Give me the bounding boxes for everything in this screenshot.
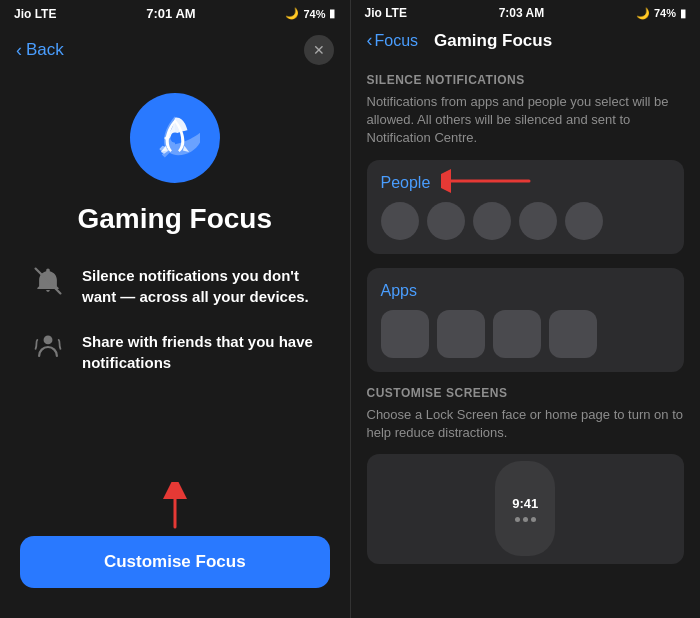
back-label: Back [26, 40, 64, 60]
bell-slash-icon [30, 263, 66, 299]
apps-label: Apps [381, 282, 671, 300]
silence-notifications-section: SILENCE NOTIFICATIONS Notifications from… [367, 73, 685, 372]
right-nav-bar: ‹ Focus Gaming Focus [351, 26, 701, 59]
customise-section-desc: Choose a Lock Screen face or home page t… [367, 406, 685, 442]
person-wave-icon [30, 329, 66, 365]
silence-section-heading: SILENCE NOTIFICATIONS [367, 73, 685, 87]
customise-focus-button[interactable]: Customise Focus [20, 536, 330, 588]
right-moon-icon: 🌙 [636, 7, 650, 20]
avatar-3 [473, 202, 511, 240]
focus-back-chevron-icon: ‹ [367, 30, 373, 51]
right-carrier: Jio LTE [365, 6, 407, 20]
left-status-bar: Jio LTE 7:01 AM 🌙 74% ▮ [0, 0, 350, 27]
lock-screen-dots [515, 517, 536, 522]
battery-text: 74% [303, 8, 325, 20]
right-content: SILENCE NOTIFICATIONS Notifications from… [351, 59, 701, 618]
lock-dot-1 [515, 517, 520, 522]
left-time: 7:01 AM [146, 6, 195, 21]
close-button[interactable]: ✕ [304, 35, 334, 65]
app-icon-1 [381, 310, 429, 358]
right-battery-text: 74% [654, 7, 676, 19]
customise-screens-section: CUSTOMISE SCREENS Choose a Lock Screen f… [367, 386, 685, 564]
rocket-icon-container [130, 93, 220, 183]
red-arrow-people-icon [441, 166, 531, 196]
app-icon-3 [493, 310, 541, 358]
right-panel: Jio LTE 7:03 AM 🌙 74% ▮ ‹ Focus Gaming F… [351, 0, 701, 618]
left-content: Gaming Focus Silence notifications you d… [0, 73, 350, 462]
apps-card[interactable]: Apps [367, 268, 685, 372]
feature-text-silence: Silence notifications you don't want — a… [82, 263, 320, 307]
back-button[interactable]: ‹ Back [16, 40, 64, 61]
app-icon-4 [549, 310, 597, 358]
right-battery-icon: ▮ [680, 7, 686, 20]
rocket-icon [150, 113, 200, 163]
right-page-title: Gaming Focus [434, 31, 552, 51]
right-status-bar: Jio LTE 7:03 AM 🌙 74% ▮ [351, 0, 701, 26]
gaming-focus-title: Gaming Focus [78, 203, 272, 235]
right-status-icons: 🌙 74% ▮ [636, 7, 686, 20]
moon-icon: 🌙 [285, 7, 299, 20]
left-status-icons: 🌙 74% ▮ [285, 7, 335, 20]
app-icon-2 [437, 310, 485, 358]
back-chevron-icon: ‹ [16, 40, 22, 61]
customise-section-heading: CUSTOMISE SCREENS [367, 386, 685, 400]
people-label: People [381, 174, 431, 192]
avatar-1 [381, 202, 419, 240]
svg-point-3 [44, 335, 53, 344]
silence-section-desc: Notifications from apps and people you s… [367, 93, 685, 148]
focus-back-button[interactable]: ‹ Focus [367, 30, 419, 51]
bottom-section: Customise Focus [0, 462, 350, 618]
lock-screen-time: 9:41 [512, 496, 538, 511]
people-avatar-row [381, 202, 671, 240]
right-time: 7:03 AM [499, 6, 545, 20]
people-card[interactable]: People [367, 160, 685, 254]
avatar-2 [427, 202, 465, 240]
lock-screen-preview: 9:41 [367, 454, 685, 564]
feature-item-silence: Silence notifications you don't want — a… [30, 263, 320, 307]
left-panel: Jio LTE 7:01 AM 🌙 74% ▮ ‹ Back ✕ [0, 0, 350, 618]
battery-icon: ▮ [329, 7, 335, 20]
avatar-5 [565, 202, 603, 240]
feature-item-share: Share with friends that you have notific… [30, 329, 320, 373]
lock-dot-2 [523, 517, 528, 522]
svg-point-1 [171, 133, 179, 141]
left-nav-bar: ‹ Back ✕ [0, 27, 350, 73]
avatar-4 [519, 202, 557, 240]
red-arrow-up-icon [145, 482, 205, 532]
focus-back-label: Focus [375, 32, 419, 50]
apps-icon-row [381, 310, 671, 358]
left-carrier: Jio LTE [14, 7, 56, 21]
close-icon: ✕ [313, 42, 325, 58]
lock-dot-3 [531, 517, 536, 522]
lock-screen-inner: 9:41 [495, 461, 555, 556]
people-card-header: People [381, 174, 671, 202]
feature-text-share: Share with friends that you have notific… [82, 329, 320, 373]
